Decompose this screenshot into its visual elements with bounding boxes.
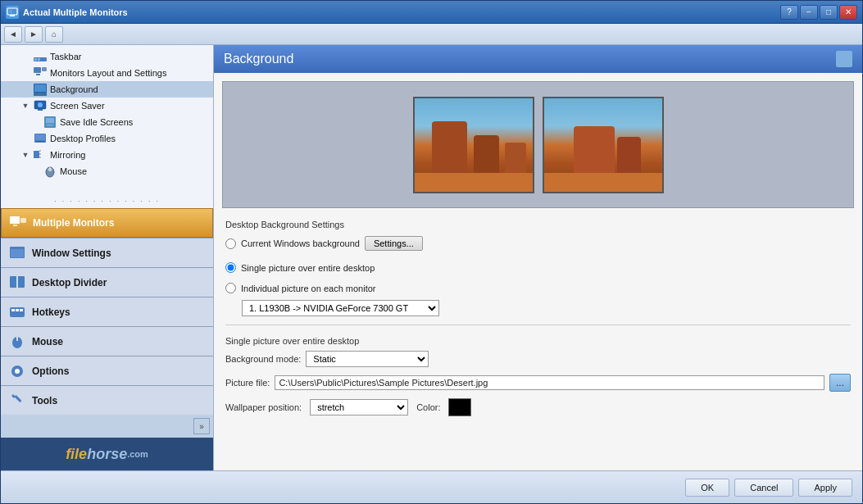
ok-button[interactable]: OK — [685, 479, 729, 497]
title-bar: Actual Multiple Monitors ? − □ ✕ — [1, 1, 862, 24]
tree-label-taskbar: Taskbar — [50, 52, 82, 61]
tree-item-taskbar[interactable]: Taskbar — [1, 48, 213, 65]
expand-screensaver: ▼ — [20, 101, 30, 111]
monitor-preview-area — [222, 81, 854, 208]
color-swatch[interactable] — [448, 398, 471, 416]
expand-bg — [20, 84, 30, 94]
monitor-select[interactable]: 1. L1930B -> NVIDIA GeForce 7300 GT — [242, 300, 439, 316]
svg-rect-23 — [34, 151, 39, 158]
cancel-button[interactable]: Cancel — [734, 479, 793, 497]
content-body: Desktop Background Settings Current Wind… — [214, 73, 862, 470]
expand-save-idle — [30, 117, 40, 127]
monitor-preview-1 — [413, 97, 534, 193]
svg-rect-7 — [34, 67, 41, 73]
nav-label-options: Options — [32, 366, 205, 377]
rock-4 — [574, 126, 615, 173]
tree-item-background[interactable]: Background — [1, 81, 213, 98]
mode-select[interactable]: Static Slideshow Solid Color — [306, 351, 429, 367]
maximize-button[interactable]: □ — [820, 5, 838, 20]
right-panel: Background — [214, 45, 862, 470]
radio-current-bg[interactable] — [225, 238, 236, 249]
nav-mouse[interactable]: Mouse — [1, 326, 213, 356]
radio-single-label[interactable]: Single picture over entire desktop — [241, 263, 375, 273]
tree-item-desktop-profiles[interactable]: Desktop Profiles — [1, 130, 213, 147]
svg-rect-38 — [20, 309, 23, 311]
svg-rect-30 — [13, 225, 17, 226]
close-button[interactable]: ✕ — [839, 5, 857, 20]
nav-tools[interactable]: Tools — [1, 385, 213, 415]
svg-rect-9 — [36, 74, 40, 75]
ground-1 — [415, 173, 533, 192]
file-label: Picture file: — [225, 378, 270, 388]
content-header: Background — [214, 45, 862, 73]
nav-hotkeys[interactable]: Hotkeys — [1, 297, 213, 326]
position-row: Wallpaper position: stretch fill fit til… — [225, 398, 851, 416]
divider-dots: · · · · · · · · · · · · · · — [1, 194, 213, 208]
svg-rect-18 — [47, 124, 53, 126]
mouse-icon — [43, 165, 57, 178]
svg-rect-1 — [10, 15, 15, 16]
expand-mouse — [30, 166, 40, 176]
bottom-logo-area: file horse .com — [1, 438, 213, 470]
main-area: Taskbar Monitors Layout and Settings — [1, 45, 862, 470]
browse-icon: ... — [836, 377, 844, 388]
radio-single-bg[interactable] — [225, 262, 236, 273]
nav-icon-window — [9, 245, 25, 261]
file-row: Picture file: ... — [225, 374, 851, 392]
nav-options[interactable]: Options — [1, 356, 213, 385]
section-label: Desktop Background Settings — [225, 220, 851, 229]
rock-5 — [617, 137, 641, 172]
help-button[interactable]: ? — [780, 5, 798, 20]
svg-rect-29 — [20, 218, 26, 223]
tree-item-screensaver[interactable]: ▼ Screen Saver — [1, 98, 213, 114]
taskbar-icon — [34, 50, 47, 63]
minimize-button[interactable]: − — [800, 5, 818, 20]
monitor-select-row: 1. L1930B -> NVIDIA GeForce 7300 GT — [242, 300, 851, 316]
rock-2 — [474, 135, 500, 173]
svg-rect-43 — [14, 394, 21, 402]
tree-item-mirroring[interactable]: ▼ Mirroring — [1, 147, 213, 163]
sub-section-label: Single picture over entire desktop — [225, 336, 851, 346]
save-idle-icon — [43, 116, 57, 129]
nav-multiple-monitors[interactable]: Multiple Monitors — [1, 208, 213, 238]
radio-row-individual: Individual picture on each monitor — [225, 283, 851, 293]
nav-window-settings[interactable]: Window Settings — [1, 238, 213, 267]
monitor-layout-icon — [34, 66, 47, 79]
svg-rect-21 — [36, 141, 44, 142]
radio-current-label[interactable]: Current Windows background — [241, 238, 360, 248]
tree-label-screensaver: Screen Saver — [50, 101, 105, 111]
file-path-input[interactable] — [275, 375, 824, 390]
background-icon — [34, 83, 47, 96]
tree-item-monitors-layout[interactable]: Monitors Layout and Settings — [1, 65, 213, 81]
apply-button[interactable]: Apply — [798, 479, 852, 497]
nav-label-tools: Tools — [32, 395, 205, 406]
tree-item-save-idle[interactable]: Save Idle Screens — [1, 114, 213, 130]
nav-label-divider: Desktop Divider — [32, 277, 205, 288]
radio-individual-label[interactable]: Individual picture on each monitor — [241, 284, 375, 293]
radio-individual-bg[interactable] — [225, 283, 236, 293]
logo-text: file — [66, 446, 87, 463]
forward-button[interactable]: ► — [25, 26, 43, 43]
svg-rect-11 — [34, 84, 46, 92]
bottom-bar: OK Cancel Apply — [1, 470, 862, 503]
svg-rect-28 — [10, 216, 20, 224]
svg-point-14 — [38, 102, 43, 107]
tree-item-mouse[interactable]: Mouse — [1, 163, 213, 179]
settings-button[interactable]: Settings... — [365, 236, 423, 251]
monitor-preview-2 — [543, 97, 664, 193]
browse-button[interactable]: ... — [829, 374, 851, 392]
position-select[interactable]: stretch fill fit tile center — [310, 399, 408, 415]
mode-row: Background mode: Static Slideshow Solid … — [225, 351, 851, 367]
tree-label-monitors: Monitors Layout and Settings — [50, 68, 166, 78]
svg-rect-35 — [10, 307, 25, 317]
back-button[interactable]: ◄ — [4, 26, 22, 43]
svg-rect-20 — [35, 134, 45, 140]
home-button[interactable]: ⌂ — [45, 26, 63, 43]
svg-rect-17 — [46, 118, 54, 123]
nav-icon-tools — [9, 393, 25, 409]
screensaver-icon — [34, 99, 47, 112]
expand-panel-button[interactable]: » — [193, 418, 210, 434]
nav-desktop-divider[interactable]: Desktop Divider — [1, 267, 213, 297]
rock-1 — [432, 121, 467, 173]
svg-rect-8 — [42, 67, 47, 71]
